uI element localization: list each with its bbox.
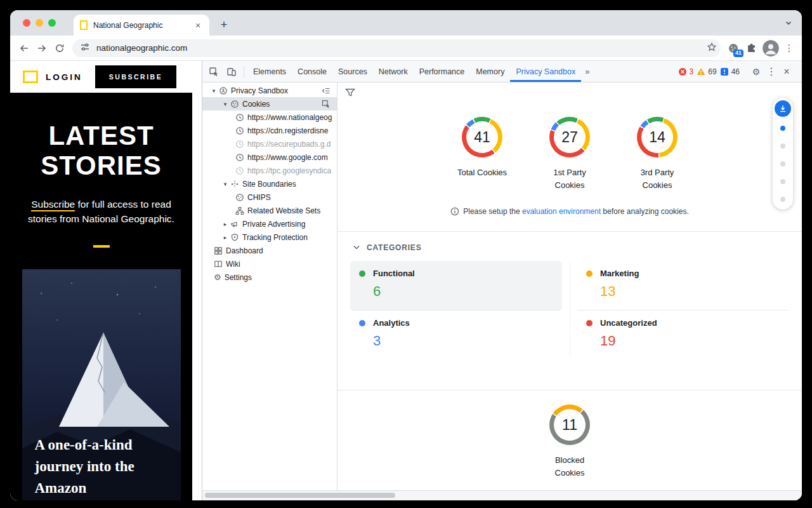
tree-item-origin[interactable]: https://www.google.com: [202, 150, 337, 164]
devtools-close-button[interactable]: ×: [779, 64, 794, 80]
yellow-divider: [93, 245, 110, 248]
subscribe-text-link[interactable]: Subscribe: [31, 199, 75, 211]
subscribe-button[interactable]: SUBSCRIBE: [95, 65, 176, 88]
category-analytics[interactable]: Analytics 3: [350, 311, 562, 359]
forward-button[interactable]: [33, 39, 51, 57]
issues-badge[interactable]: 46: [720, 67, 740, 76]
site-settings-icon[interactable]: [80, 42, 90, 55]
tab-performance[interactable]: Performance: [414, 61, 471, 82]
category-dot: [586, 271, 593, 277]
wiki-book-icon: [214, 260, 223, 269]
new-tab-button[interactable]: +: [216, 17, 232, 33]
stat-third-party-cookies: 14 3rd Party Cookies: [632, 117, 683, 192]
private-advertising-icon: [230, 220, 239, 229]
tab-console[interactable]: Console: [292, 61, 332, 82]
error-badge[interactable]: 3: [678, 67, 694, 76]
console-summary[interactable]: 3 69 46: [678, 67, 740, 76]
inspect-element-button[interactable]: [205, 64, 223, 80]
bookmark-star-icon[interactable]: [707, 42, 717, 55]
traffic-lights: [23, 19, 56, 27]
login-link[interactable]: LOGIN: [46, 72, 82, 82]
devtools-menu-button[interactable]: ⋮: [764, 64, 779, 80]
section-dot-active[interactable]: [780, 126, 785, 131]
page-title: LATEST STORIES: [10, 93, 192, 180]
maximize-window-button[interactable]: [48, 19, 56, 27]
warning-badge[interactable]: 69: [697, 67, 716, 76]
devtools-toolbar: Elements Console Sources Network Perform…: [202, 61, 802, 83]
natgeo-logo[interactable]: [23, 70, 38, 83]
tab-elements[interactable]: Elements: [247, 61, 292, 82]
page-scrollbar[interactable]: [192, 61, 202, 500]
url-text: nationalgeographic.com: [96, 43, 187, 53]
close-window-button[interactable]: [23, 19, 30, 27]
devtools-panel: Elements Console Sources Network Perform…: [202, 61, 802, 500]
section-dot[interactable]: [780, 197, 785, 202]
horizontal-scrollbar[interactable]: [202, 490, 802, 500]
tree-item-private-advertising[interactable]: ▸ Private Advertising: [202, 217, 337, 231]
info-icon: [450, 207, 459, 216]
tree-item-tracking-protection[interactable]: ▸ Tracking Protection: [202, 231, 337, 244]
section-dot[interactable]: [780, 144, 785, 149]
cookie-extension-button[interactable]: 41: [724, 39, 742, 57]
collapsed-arrow-icon[interactable]: ▸: [221, 221, 229, 227]
category-uncategorized[interactable]: Uncategorized 19: [577, 311, 789, 359]
tree-item-origin[interactable]: https://www.nationalgeog: [202, 110, 337, 124]
devtools-settings-button[interactable]: ⚙: [749, 64, 764, 80]
tree-item-origin[interactable]: https://securepubads.g.d: [202, 137, 337, 150]
scrollbar-thumb[interactable]: [205, 493, 395, 498]
tab-search-chevron-icon[interactable]: [784, 18, 793, 30]
expand-arrow-icon[interactable]: ▾: [221, 101, 229, 107]
tree-item-wiki[interactable]: Wiki: [202, 257, 337, 271]
section-dot[interactable]: [780, 179, 785, 184]
section-dot[interactable]: [780, 161, 785, 166]
section-navigator: [773, 98, 793, 210]
evaluation-environment-link[interactable]: evaluation environment: [522, 207, 601, 216]
download-icon: [778, 104, 787, 113]
tree-item-chips[interactable]: CHIPS: [202, 190, 337, 204]
tree-item-origin[interactable]: https://cdn.registerdisne: [202, 124, 337, 137]
tree-item-related-website-sets[interactable]: Related Website Sets: [202, 204, 337, 217]
device-toolbar-button[interactable]: [223, 64, 240, 80]
stat-total-cookies: 41 Total Cookies: [457, 117, 508, 192]
collapsed-arrow-icon[interactable]: ▸: [221, 234, 229, 241]
categories-header[interactable]: CATEGORIES: [353, 243, 802, 252]
tree-item-privacy-sandbox[interactable]: ▾ Privacy Sandbox: [202, 84, 337, 97]
filter-icon[interactable]: [345, 88, 355, 100]
browser-tab[interactable]: National Geographic ×: [74, 15, 209, 36]
tree-item-origin[interactable]: https://tpc.googlesyndica: [202, 164, 337, 177]
clock-icon: [235, 140, 244, 149]
collapse-sidebar-icon[interactable]: [322, 86, 331, 95]
tree-item-dashboard[interactable]: Dashboard: [202, 244, 337, 257]
profile-avatar[interactable]: [763, 40, 779, 57]
tree-item-cookies[interactable]: ▾ Cookies: [202, 97, 337, 110]
expand-arrow-icon[interactable]: ▾: [210, 88, 218, 94]
tab-sources[interactable]: Sources: [332, 61, 373, 82]
tree-item-site-boundaries[interactable]: ▾ Site Boundaries: [202, 177, 337, 190]
tab-network[interactable]: Network: [373, 61, 414, 82]
tab-close-icon[interactable]: ×: [193, 20, 203, 30]
webpage-viewport: LOGIN SUBSCRIBE LATEST STORIES Subscribe…: [10, 61, 202, 500]
browser-menu-button[interactable]: ⋮: [782, 43, 797, 54]
extensions-puzzle-button[interactable]: [742, 39, 760, 57]
more-tabs-button[interactable]: »: [581, 61, 593, 82]
reload-button[interactable]: [51, 39, 69, 57]
address-bar[interactable]: nationalgeographic.com: [72, 39, 721, 57]
tree-item-settings[interactable]: ⚙ Settings: [202, 271, 337, 284]
donut-first-party-cookies: 27: [549, 117, 590, 157]
tab-privacy-sandbox[interactable]: Privacy Sandbox: [510, 61, 581, 82]
donut-third-party-cookies: 14: [637, 117, 678, 157]
download-report-button[interactable]: [775, 100, 791, 117]
minimize-window-button[interactable]: [36, 19, 43, 27]
expand-arrow-icon[interactable]: ▾: [221, 181, 229, 187]
tab-memory[interactable]: Memory: [470, 61, 510, 82]
category-functional[interactable]: Functional 6: [350, 261, 562, 311]
privacy-sandbox-icon: [219, 86, 228, 95]
story-card[interactable]: A one-of-a-kind journey into the Amazon: [22, 269, 181, 500]
chevron-down-icon: [353, 245, 360, 250]
back-button[interactable]: [15, 39, 33, 57]
inspect-element-icon[interactable]: [322, 100, 331, 109]
story-title[interactable]: A one-of-a-kind journey into the Amazon: [35, 434, 164, 499]
site-header: LOGIN SUBSCRIBE: [10, 61, 202, 93]
dashboard-icon: [214, 246, 223, 255]
category-marketing[interactable]: Marketing 13: [577, 261, 789, 311]
